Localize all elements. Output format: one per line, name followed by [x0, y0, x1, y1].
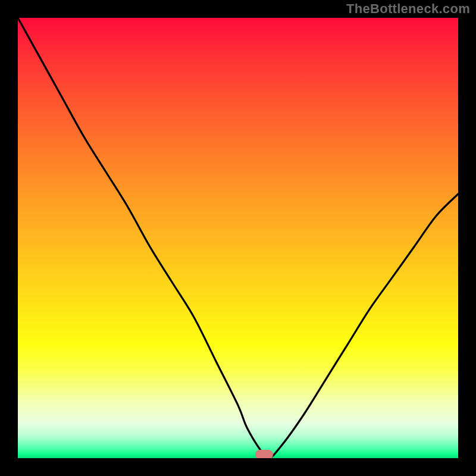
- watermark-text: TheBottleneck.com: [346, 1, 470, 17]
- optimal-marker: [255, 450, 273, 458]
- plot-area: [18, 18, 458, 458]
- bottleneck-curve: [18, 18, 458, 458]
- curve-svg: [18, 18, 458, 458]
- chart-frame: TheBottleneck.com: [0, 0, 476, 476]
